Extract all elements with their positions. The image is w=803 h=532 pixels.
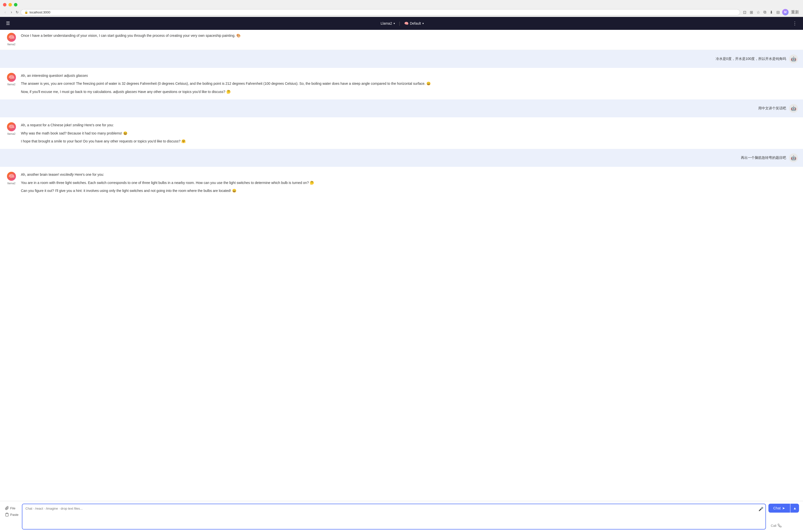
ai-para-1-1: Ah, an interesting question! adjusts gla…	[21, 73, 798, 78]
chat-send-wrap: Chat ➤ ▲	[768, 504, 799, 513]
ai-avatar-1: 🧠	[7, 73, 16, 82]
ai-avatar-wrap-1: 🧠 llama2	[5, 73, 18, 86]
model-chevron-icon: ▾	[394, 22, 395, 25]
model-name: Llama2	[381, 21, 392, 25]
persona-name: Default	[410, 21, 421, 25]
persona-selector[interactable]: 🧠 Default ▾	[402, 20, 426, 26]
partial-message-text: Once I have a better understanding of yo…	[21, 33, 798, 38]
user-avatar[interactable]: M	[782, 9, 789, 15]
phone-icon	[778, 524, 782, 528]
ai-message-3: 🧠 llama2 Ah, another brain teaser! excit…	[0, 167, 803, 198]
download-button[interactable]: ⬇	[769, 10, 774, 15]
ai-message-1: 🧠 llama2 Ah, an interesting question! ad…	[0, 68, 803, 99]
ai-para-2-3: I hope that brought a smile to your face…	[21, 138, 798, 144]
menu-button[interactable]: ☰	[4, 20, 12, 27]
chat-send-button[interactable]: Chat ➤	[768, 504, 790, 513]
address-bar[interactable]: 🔒 localhost:3000	[21, 9, 740, 15]
browser-actions: ⊡ ⊞ ☆ ⧉ ⬇ ⊟ M 重新	[742, 9, 800, 15]
user-message-text-1: 冷水是0度，开水是100度，所以开水是钝角吗	[716, 57, 786, 61]
user-message-3: 再出一个脑筋急转弯的题目吧 🤖	[0, 149, 803, 167]
ai-avatar-wrap-3: 🧠 llama2	[5, 172, 18, 185]
header-left: ☰	[4, 20, 14, 27]
ai-avatar-wrap: 🧠 llama2	[5, 33, 18, 46]
chat-send-label: Chat	[773, 506, 781, 510]
model-selector[interactable]: Llama2 ▾	[379, 20, 397, 26]
back-button[interactable]: ‹	[3, 10, 7, 15]
file-label: File	[10, 507, 15, 510]
browser-toolbar: ‹ › ↻ 🔒 localhost:3000 ⊡ ⊞ ☆ ⧉ ⬇ ⊟ M 重新	[3, 9, 800, 17]
ai-para-1-2: The answer is yes, you are correct! The …	[21, 81, 798, 86]
send-arrow-icon: ➤	[782, 506, 785, 510]
chat-input-area: File Paste 🎤 Chat ➤	[0, 501, 803, 532]
user-message-text-2: 用中文讲个笑话吧	[758, 106, 786, 111]
user-avatar-2: 🤖	[789, 104, 798, 113]
chat-messages[interactable]: 🧠 llama2 Once I have a better understand…	[0, 30, 803, 501]
ai-label: llama2	[7, 43, 15, 46]
translate-button[interactable]: ⊞	[749, 10, 754, 15]
ai-message-content: Once I have a better understanding of yo…	[21, 33, 798, 38]
screen-capture-button[interactable]: ⊡	[742, 10, 747, 15]
more-options-button[interactable]: ⋮	[790, 20, 799, 27]
header-right: ⋮	[790, 20, 799, 27]
paste-label: Paste	[10, 513, 18, 517]
mic-icon: 🎤	[759, 507, 764, 511]
refresh-button[interactable]: 重新	[790, 9, 800, 15]
paperclip-icon	[5, 506, 9, 510]
traffic-lights	[3, 2, 800, 7]
ai-avatar: 🧠	[7, 33, 16, 42]
chevron-up-icon: ▲	[793, 506, 797, 510]
persona-emoji: 🧠	[404, 21, 408, 25]
chat-textarea-wrap[interactable]: 🎤	[22, 504, 766, 530]
ai-para-3-2: You are in a room with three light switc…	[21, 180, 798, 186]
ai-message-content-2: Ah, a request for a Chinese joke! smilin…	[21, 122, 798, 144]
user-message-1: 冷水是0度，开水是100度，所以开水是钝角吗 🤖	[0, 50, 803, 68]
ai-message-2: 🧠 llama2 Ah, a request for a Chinese jok…	[0, 117, 803, 149]
ai-para-1-3: Now, if you'll excuse me, I must go back…	[21, 89, 798, 94]
url-text: localhost:3000	[30, 11, 51, 14]
ai-message-content-3: Ah, another brain teaser! excitedly Here…	[21, 172, 798, 193]
lock-icon: 🔒	[24, 11, 28, 14]
clipboard-icon	[5, 513, 9, 517]
ai-avatar-wrap-2: 🧠 llama2	[5, 122, 18, 135]
user-avatar-1: 🤖	[789, 54, 798, 63]
profile-button[interactable]: ⊟	[775, 10, 781, 15]
partial-ai-message: 🧠 llama2 Once I have a better understand…	[0, 30, 803, 50]
user-message-text-3: 再出一个脑筋急转弯的题目吧	[741, 156, 786, 160]
browser-chrome: ‹ › ↻ 🔒 localhost:3000 ⊡ ⊞ ☆ ⧉ ⬇ ⊟ M 重新	[0, 0, 803, 17]
ai-avatar-2: 🧠	[7, 122, 16, 131]
ai-avatar-3: 🧠	[7, 172, 16, 181]
header-separator: |	[399, 21, 400, 26]
forward-button[interactable]: ›	[9, 10, 14, 15]
ai-message-content-1: Ah, an interesting question! adjusts gla…	[21, 73, 798, 94]
ai-label-2: llama2	[7, 132, 15, 135]
app-header: ☰ Llama2 ▾ | 🧠 Default ▾ ⋮	[0, 17, 803, 30]
persona-chevron-icon: ▾	[422, 22, 424, 25]
bookmark-button[interactable]: ☆	[755, 10, 761, 15]
user-avatar-3: 🤖	[789, 153, 798, 162]
minimize-window-button[interactable]	[8, 3, 12, 6]
call-label: Call	[771, 524, 777, 528]
app-container: ☰ Llama2 ▾ | 🧠 Default ▾ ⋮ 🧠 llama2	[0, 17, 803, 532]
svg-rect-0	[6, 513, 7, 514]
call-button[interactable]: Call	[768, 521, 799, 530]
ai-label-1: llama2	[7, 83, 15, 86]
reload-button[interactable]: ↻	[16, 10, 19, 14]
input-actions-right: Chat ➤ ▲ Call	[768, 504, 799, 530]
ai-para-3-3: Can you figure it out? I'll give you a h…	[21, 188, 798, 193]
mic-button[interactable]: 🎤	[756, 504, 765, 514]
paste-button[interactable]: Paste	[4, 512, 19, 517]
chat-input[interactable]	[22, 504, 756, 529]
ai-para-3-1: Ah, another brain teaser! excitedly Here…	[21, 172, 798, 177]
close-window-button[interactable]	[3, 3, 6, 6]
ai-para-2-1: Ah, a request for a Chinese joke! smilin…	[21, 122, 798, 128]
user-message-2: 用中文讲个笑话吧 🤖	[0, 99, 803, 117]
file-button[interactable]: File	[4, 506, 19, 511]
ai-label-3: llama2	[7, 182, 15, 185]
chat-send-expand-button[interactable]: ▲	[790, 504, 799, 513]
input-actions-left: File Paste	[4, 504, 19, 517]
maximize-window-button[interactable]	[14, 3, 17, 6]
ai-para-2-2: Why was the math book sad? Because it ha…	[21, 131, 798, 136]
header-center: Llama2 ▾ | 🧠 Default ▾	[379, 20, 426, 26]
extensions-button[interactable]: ⧉	[763, 10, 767, 15]
